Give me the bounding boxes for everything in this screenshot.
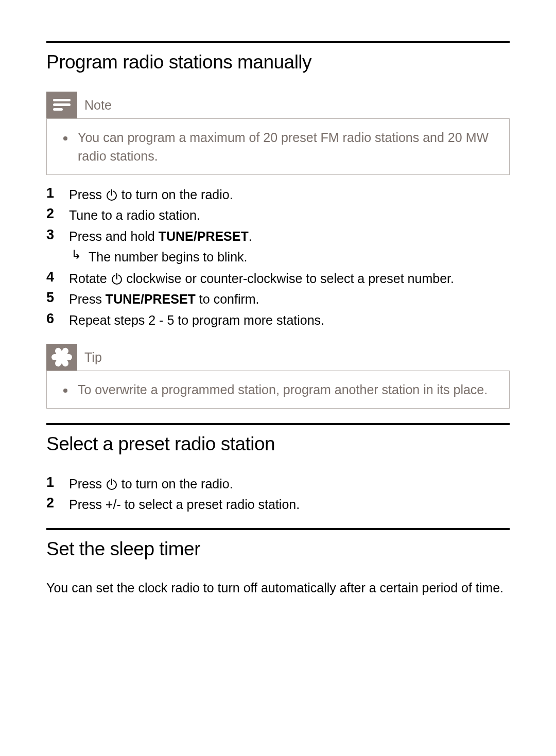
select-step-1: Press to turn on the radio. [46, 473, 510, 493]
step-3-sub-text: The number begins to blink. [89, 248, 248, 266]
step-1-text-a: Press [69, 187, 106, 202]
power-icon [112, 274, 122, 285]
step-3-text-c: . [249, 229, 252, 243]
section-divider [46, 41, 510, 43]
step-1: Press to turn on the radio. [46, 184, 510, 204]
note-callout-body: You can program a maximum of 20 preset F… [46, 118, 510, 175]
step-3-text-a: Press and hold [69, 229, 159, 243]
step-5-text-c: to confirm. [196, 292, 259, 306]
step-1-text-b: to turn on the radio. [118, 187, 233, 202]
program-steps-list: Press to turn on the radio. Tune to a ra… [46, 184, 510, 329]
step-6-text: Repeat steps 2 - 5 to program more stati… [69, 310, 510, 329]
step-3-sub: ↳ The number begins to blink. [71, 248, 510, 266]
select-step-1-text-a: Press [69, 477, 106, 491]
step-4-text-b: clockwise or counter-clockwise to select… [123, 271, 454, 286]
tip-callout-body: To overwrite a programmed station, progr… [46, 371, 510, 409]
power-icon [107, 190, 117, 201]
section-divider [46, 528, 510, 530]
step-3: Press and hold TUNE/PRESET. ↳ The number… [46, 226, 510, 268]
tip-callout-header: Tip [46, 344, 510, 371]
note-icon [46, 92, 77, 118]
select-step-1-text-b: to turn on the radio. [118, 477, 233, 491]
result-arrow-icon: ↳ [71, 248, 81, 266]
step-4-text-a: Rotate [69, 271, 111, 286]
step-3-bold: TUNE/PRESET [159, 229, 249, 243]
select-steps-list: Press to turn on the radio. Press +/- to… [46, 473, 510, 514]
step-2-text: Tune to a radio station. [69, 205, 510, 224]
note-text: You can program a maximum of 20 preset F… [75, 128, 494, 166]
select-step-2: Press +/- to select a preset radio stati… [46, 494, 510, 514]
note-label: Note [84, 96, 112, 114]
section-heading-sleep: Set the sleep timer [46, 535, 510, 563]
tip-icon [46, 344, 77, 371]
step-4: Rotate clockwise or counter-clockwise to… [46, 268, 510, 288]
section-divider [46, 423, 510, 425]
select-step-2-text: Press +/- to select a preset radio stati… [69, 494, 510, 514]
step-5-text-a: Press [69, 292, 106, 306]
section-heading-program: Program radio stations manually [46, 48, 510, 76]
step-2: Tune to a radio station. [46, 205, 510, 224]
tip-label: Tip [84, 348, 102, 366]
sleep-lead-text: You can set the clock radio to turn off … [46, 578, 510, 597]
step-5: Press TUNE/PRESET to confirm. [46, 289, 510, 308]
note-callout-header: Note [46, 92, 510, 118]
section-heading-select: Select a preset radio station [46, 430, 510, 458]
power-icon [107, 480, 117, 490]
step-6: Repeat steps 2 - 5 to program more stati… [46, 310, 510, 329]
tip-text: To overwrite a programmed station, progr… [75, 380, 494, 399]
step-5-bold: TUNE/PRESET [106, 292, 196, 306]
